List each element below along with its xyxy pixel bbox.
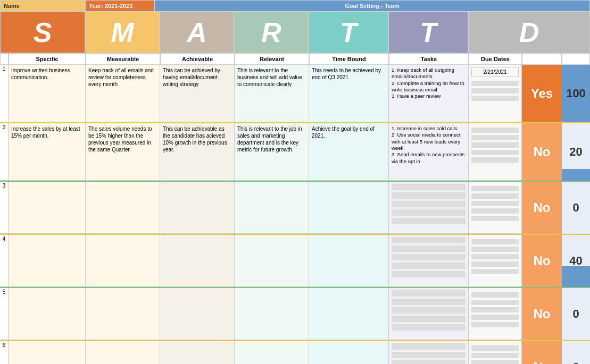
cell-duedates[interactable]	[469, 341, 522, 364]
cell-tasks[interactable]	[389, 341, 469, 364]
col-relevant: Relevant	[235, 53, 309, 65]
cell-relevant[interactable]	[235, 288, 309, 340]
cell-tasks[interactable]	[389, 235, 469, 287]
cell-specific[interactable]: Improve written business communication.	[9, 65, 86, 122]
row-number: 6	[0, 341, 9, 364]
progress-cell: 0	[562, 341, 590, 364]
cell-specific[interactable]	[9, 235, 86, 287]
cell-achievable[interactable]: This can be achievable as the candidate …	[160, 123, 235, 181]
header-row: Name Year: 2021-2022 Goal Setting - Team	[0, 0, 590, 12]
cell-measurable[interactable]: The sales volume needs to be 15% higher …	[86, 123, 160, 181]
cell-tasks[interactable]: 1. Keep track of all outgoing emails/doc…	[389, 65, 469, 122]
cell-duedates[interactable]	[469, 288, 522, 340]
row-number: 3	[0, 182, 9, 234]
cell-tasks[interactable]	[389, 288, 469, 340]
row-number: 5	[0, 288, 9, 340]
table-row: 6 No 0	[0, 341, 590, 364]
progress-cell: 0	[562, 288, 590, 340]
year-label: Year: 2021-2022	[85, 0, 154, 12]
cell-timebound[interactable]	[309, 235, 389, 287]
col-status	[522, 53, 562, 65]
cell-timebound[interactable]	[309, 341, 389, 364]
page-title: Goal Setting - Team	[154, 0, 590, 12]
data-rows-container: 1 Improve written business communication…	[0, 65, 590, 364]
cell-relevant[interactable]	[235, 235, 309, 287]
table-row: 4 No 40	[0, 235, 590, 288]
cell-achievable[interactable]	[160, 235, 235, 287]
cell-measurable[interactable]	[86, 341, 160, 364]
smart-r: R	[234, 12, 309, 53]
cell-achievable[interactable]	[160, 288, 235, 340]
smart-d: D	[468, 12, 590, 53]
cell-timebound[interactable]: Achieve the goal by end of 2021.	[309, 123, 389, 181]
page: Name Year: 2021-2022 Goal Setting - Team…	[0, 0, 590, 364]
row-number: 2	[0, 123, 9, 181]
status-badge: No	[522, 182, 562, 234]
progress-cell: 20	[562, 123, 590, 181]
col-measurable: Measurable	[86, 53, 160, 65]
col-specific: Specific	[9, 53, 86, 65]
row-number: 1	[0, 65, 9, 122]
status-badge: No	[522, 288, 562, 340]
table-row: 3 No 0	[0, 182, 590, 235]
cell-specific[interactable]	[9, 341, 86, 364]
col-timebound: Time Bound	[309, 53, 389, 65]
smart-s: S	[0, 12, 85, 53]
smart-row: S M A R T T D	[0, 12, 590, 53]
cell-timebound[interactable]	[309, 288, 389, 340]
cell-achievable[interactable]	[160, 341, 235, 364]
smart-t2: T	[388, 12, 468, 53]
table-row: 1 Improve written business communication…	[0, 65, 590, 123]
smart-t: T	[309, 12, 388, 53]
table-row: 5 No 0	[0, 288, 590, 341]
cell-specific[interactable]: Increase the sales by at least 15% per m…	[9, 123, 86, 181]
smart-m: M	[85, 12, 160, 53]
progress-cell: 0	[562, 182, 590, 234]
cell-tasks[interactable]: 1. Increase in sales cold calls.2. Use s…	[389, 123, 469, 181]
progress-cell: 100	[562, 65, 590, 122]
table-row: 2 Increase the sales by at least 15% per…	[0, 123, 590, 182]
cell-timebound[interactable]: This needs to be achieved by end of Q3 2…	[309, 65, 389, 122]
cell-measurable[interactable]: Keep track of all emails and review for …	[86, 65, 160, 122]
col-duedates: Due Dates	[469, 53, 522, 65]
cell-timebound[interactable]	[309, 182, 389, 234]
progress-cell: 40	[562, 235, 590, 287]
cell-duedates[interactable]	[469, 123, 522, 181]
cell-duedates[interactable]	[469, 182, 522, 234]
cell-relevant[interactable]: This is relevant to the job in sales and…	[235, 123, 309, 181]
name-label: Name	[0, 0, 85, 12]
cell-relevant[interactable]	[235, 182, 309, 234]
cell-achievable[interactable]	[160, 182, 235, 234]
cell-relevant[interactable]: This is relevant to the business and wil…	[235, 65, 309, 122]
cell-specific[interactable]	[9, 182, 86, 234]
cell-tasks[interactable]	[389, 182, 469, 234]
column-headers: Specific Measurable Achievable Relevant …	[0, 53, 590, 65]
cell-measurable[interactable]	[86, 182, 160, 234]
cell-specific[interactable]	[9, 288, 86, 340]
col-tasks: Tasks	[389, 53, 469, 65]
cell-measurable[interactable]	[86, 235, 160, 287]
col-progress	[562, 53, 590, 65]
cell-duedates[interactable]: 2/21/2021	[469, 65, 522, 122]
cell-achievable[interactable]: This can be achieved by having email/doc…	[160, 65, 235, 122]
cell-relevant[interactable]	[235, 341, 309, 364]
status-badge: No	[522, 341, 562, 364]
cell-duedates[interactable]	[469, 235, 522, 287]
smart-a: A	[160, 12, 234, 53]
status-badge: No	[522, 235, 562, 287]
row-number: 4	[0, 235, 9, 287]
col-achievable: Achievable	[160, 53, 235, 65]
cell-measurable[interactable]	[86, 288, 160, 340]
col-num	[0, 53, 9, 65]
status-badge: No	[522, 123, 562, 181]
status-badge: Yes	[522, 65, 562, 122]
